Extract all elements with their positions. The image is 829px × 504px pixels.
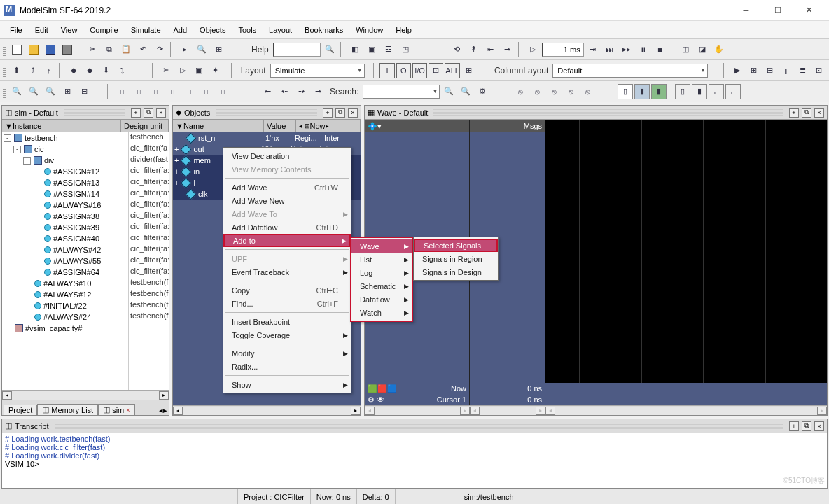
zoom-icon[interactable]: 🔍: [26, 84, 41, 99]
step-up-icon[interactable]: ↟: [466, 42, 482, 57]
pane-close-icon[interactable]: ×: [814, 108, 824, 118]
run-icon[interactable]: ▷: [525, 42, 541, 57]
menu-item[interactable]: Log▶: [351, 266, 412, 279]
scroll-left-icon[interactable]: ◂: [365, 407, 375, 415]
menu-item[interactable]: Selected Signals: [414, 239, 498, 252]
menu-layout[interactable]: Layout: [263, 24, 298, 36]
menu-compile[interactable]: Compile: [84, 24, 123, 36]
link-icon[interactable]: ⎋: [529, 84, 545, 99]
tb-icon[interactable]: ☲: [381, 42, 396, 57]
scroll-left-icon[interactable]: ◂: [470, 407, 480, 415]
tab-memory-list[interactable]: ◫ Memory List: [37, 404, 98, 415]
view-icon[interactable]: ▯: [675, 84, 690, 99]
scroll-right-icon[interactable]: ▸: [536, 407, 545, 415]
pane-add-icon[interactable]: +: [789, 421, 799, 431]
cursor-icon[interactable]: ◆: [83, 63, 97, 78]
pane-add-icon[interactable]: +: [131, 108, 141, 118]
tab-project[interactable]: Project: [4, 405, 37, 415]
run-cont-icon[interactable]: ▸▸: [619, 42, 634, 57]
scroll-right-icon[interactable]: ▸: [351, 407, 361, 415]
transcript-body[interactable]: # Loading work.testbench(fast)# Loading …: [2, 433, 827, 488]
menu-item[interactable]: Wave▶: [351, 239, 412, 253]
zoom-icon[interactable]: ⊟: [76, 84, 92, 99]
window-close[interactable]: ✕: [793, 1, 825, 20]
menu-item[interactable]: List▶: [351, 253, 412, 266]
new-file-icon[interactable]: [9, 42, 25, 57]
scroll-left-icon[interactable]: ◂: [2, 391, 12, 400]
link-icon[interactable]: ⎋: [563, 84, 578, 99]
mode-int-icon[interactable]: ⊡: [429, 63, 443, 78]
tb-icon[interactable]: ◧: [347, 42, 363, 57]
tab-sim[interactable]: ◫ sim ×: [98, 404, 134, 415]
col-value[interactable]: Value: [264, 120, 296, 132]
pane-close-icon[interactable]: ×: [348, 108, 358, 118]
scroll-right-icon[interactable]: ▸: [817, 407, 827, 415]
wave-icon[interactable]: ⎍: [148, 84, 163, 99]
search-prev-icon[interactable]: 🔍: [441, 84, 457, 99]
toolbar-btn[interactable]: ⊞: [211, 42, 226, 57]
cursor-icon[interactable]: ⬇: [99, 63, 113, 78]
help-search[interactable]: [273, 43, 321, 57]
scroll-left-icon[interactable]: ◂: [173, 407, 183, 415]
menu-item[interactable]: Insert Breakpoint: [223, 315, 351, 328]
tree-expander[interactable]: -: [4, 134, 11, 142]
pane-add-icon[interactable]: +: [789, 108, 799, 118]
cursor-icon[interactable]: ◆: [66, 63, 81, 78]
mode-io-icon[interactable]: I/O: [412, 63, 427, 78]
menu-item[interactable]: Show▶: [223, 378, 351, 391]
menu-item[interactable]: Add WaveCtrl+W: [223, 181, 351, 194]
bookmark-icon[interactable]: ✂: [159, 63, 174, 78]
window-minimize[interactable]: ─: [730, 1, 762, 20]
zoom-icon[interactable]: ⊞: [746, 63, 761, 78]
scroll-left-icon[interactable]: ◂: [545, 407, 555, 415]
menu-item[interactable]: Dataflow▶: [351, 293, 412, 306]
view-icon[interactable]: ▮: [634, 84, 650, 99]
wave-icon[interactable]: ⎍: [215, 84, 230, 99]
step-icon[interactable]: ⇠: [277, 84, 292, 99]
pane-close-icon[interactable]: ×: [814, 421, 824, 431]
mode-i-icon[interactable]: I: [379, 63, 394, 78]
menu-objects[interactable]: Objects: [194, 24, 231, 36]
cut-icon[interactable]: ✂: [85, 42, 100, 57]
scroll-right-icon[interactable]: ▸: [460, 407, 470, 415]
menu-item[interactable]: View Declaration: [223, 149, 351, 162]
mode-all-icon[interactable]: ALL: [445, 63, 460, 78]
object-row[interactable]: rst_n1'hxRegi...Inter: [173, 132, 361, 144]
menu-item[interactable]: Add DataflowCtrl+D: [223, 220, 351, 234]
mode-icon[interactable]: ⊞: [461, 63, 476, 78]
zoom-icon[interactable]: ⊞: [60, 84, 75, 99]
compile-icon[interactable]: ▸: [177, 42, 193, 57]
sim-tree[interactable]: -testbench-cic+div#ASSIGN#12#ASSIGN#13#A…: [2, 132, 169, 390]
tree-expander[interactable]: +: [174, 145, 179, 153]
search-opt-icon[interactable]: ⚙: [475, 84, 490, 99]
tree-expander[interactable]: +: [174, 167, 179, 176]
paste-icon[interactable]: 📋: [118, 42, 134, 57]
zoom-icon[interactable]: 🔍: [9, 84, 25, 99]
tree-expander[interactable]: +: [174, 178, 179, 187]
menu-tools[interactable]: Tools: [232, 24, 262, 36]
step-icon[interactable]: ⇢: [293, 84, 309, 99]
cursor-icon[interactable]: ⤵: [115, 63, 130, 78]
open-icon[interactable]: [26, 42, 41, 57]
menu-edit[interactable]: Edit: [29, 24, 54, 36]
tb-icon[interactable]: ◪: [695, 42, 710, 57]
pane-undock-icon[interactable]: ⧉: [144, 108, 153, 118]
step-icon[interactable]: ⇤: [260, 84, 275, 99]
menu-simulate[interactable]: Simulate: [125, 24, 167, 36]
col-instance[interactable]: ▼ Instance: [2, 120, 121, 132]
menu-item[interactable]: Add to▶: [223, 234, 351, 247]
wave-tool-icon[interactable]: ⫿: [779, 63, 793, 78]
cursor-icon[interactable]: ⤴: [25, 63, 40, 78]
col-layout-combo[interactable]: Default: [552, 64, 707, 78]
menu-item[interactable]: Signals in Region: [414, 252, 498, 265]
mode-o-icon[interactable]: O: [396, 63, 411, 78]
tb-icon[interactable]: ▣: [364, 42, 379, 57]
wave-icon[interactable]: ⎍: [114, 84, 130, 99]
tree-expander[interactable]: +: [174, 156, 179, 164]
menu-item[interactable]: Watch▶: [351, 306, 412, 319]
scroll-right-icon[interactable]: ▸: [159, 391, 169, 400]
step-icon[interactable]: ⇥: [310, 84, 326, 99]
tb-icon[interactable]: ✋: [711, 42, 727, 57]
toolbar-grip[interactable]: [3, 64, 6, 78]
cursor-up-icon[interactable]: ⬆: [9, 63, 24, 78]
